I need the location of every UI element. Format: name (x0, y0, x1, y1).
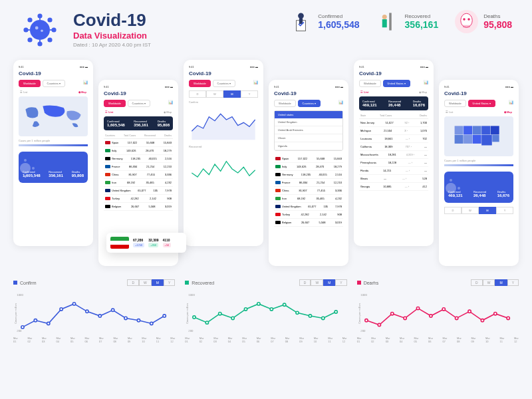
svg-point-26 (24, 159, 27, 162)
world-map[interactable] (19, 96, 88, 136)
svg-point-41 (450, 179, 452, 182)
svg-rect-37 (473, 135, 481, 144)
table-row[interactable]: Michigan21,5043 ›1,076 (359, 127, 428, 135)
svg-point-23 (467, 18, 470, 21)
table-row[interactable]: Italy143,62628,47018,279 (274, 163, 343, 171)
phone-mockup-usmap: 9:41●●● ▬ Covid-19 WorldwideUnited State… (439, 80, 519, 266)
legend-gradient (19, 144, 88, 146)
bottom-chart: Confirm DWMY Cases per million 1000200 M… (13, 279, 175, 343)
country-dropdown[interactable]: United states United KingdomUnited Arab … (274, 110, 343, 151)
svg-text:200: 200 (360, 329, 366, 332)
table-row[interactable]: California18,309707 ›— (359, 143, 428, 151)
confirmed-illustration (289, 10, 313, 33)
dropdown-item[interactable]: Ukrain (275, 134, 342, 142)
svg-point-54 (137, 319, 140, 322)
table-row[interactable]: France86,33421,25412,210 (104, 163, 173, 171)
svg-point-60 (206, 321, 209, 324)
svg-point-65 (270, 308, 273, 311)
svg-text:1000: 1000 (189, 293, 196, 297)
phone-mockup-worldmap: 9:41●●● ▬ Covid-19 WorldwideCountries ▾📊… (13, 60, 93, 246)
table-row[interactable]: Iran68,19235,4654,232 (104, 179, 173, 187)
dropdown-item[interactable]: United Arab Emirates (275, 126, 342, 134)
svg-point-45 (21, 326, 24, 329)
virus-icon (20, 10, 60, 50)
list-tab[interactable]: ☰ List (20, 90, 27, 94)
svg-point-80 (455, 317, 458, 319)
svg-point-16 (298, 13, 304, 19)
svg-point-75 (390, 313, 393, 315)
table-row[interactable]: Georgia10,885— ›412 (359, 183, 428, 191)
svg-point-14 (41, 29, 43, 32)
table-row[interactable]: Belgium26,6675,5683,019 (274, 219, 343, 227)
dropdown-selected[interactable]: United states (275, 111, 342, 118)
svg-point-73 (364, 319, 367, 322)
bottom-chart: Recovered DWMY Cases per million 1000200… (185, 279, 346, 343)
table-row[interactable]: Florida14,215— ›— (359, 167, 428, 175)
table-row[interactable]: United Kingdom65,0771357,978 (274, 203, 343, 211)
svg-point-76 (404, 317, 406, 319)
dropdown-item[interactable]: United Kingdom (275, 118, 342, 126)
table-row[interactable]: China81,90777,4553,336 (274, 187, 343, 195)
table-row[interactable]: Spain157,02255,66815,843 (104, 139, 173, 147)
table-row[interactable]: Iran68,19235,4654,232 (274, 195, 343, 203)
svg-point-83 (493, 313, 496, 315)
svg-point-61 (219, 313, 221, 315)
table-row[interactable]: Turkey42,2822,142908 (274, 211, 343, 219)
phone-mockup-dropdown: 9:41●●● ▬ Covid-19 WorldwideCountries ▾📊… (269, 80, 348, 266)
worldwide-pill[interactable]: Worldwide (19, 80, 41, 87)
deaths-label: Deaths (483, 13, 512, 19)
phone-title: Covid-19 (19, 70, 88, 76)
dropdown-item[interactable]: Uganda (275, 142, 342, 150)
svg-text:1000: 1000 (17, 293, 23, 297)
table-row[interactable]: China81,90777,4553,336 (104, 171, 173, 179)
svg-point-63 (245, 308, 247, 311)
recovered-illustration (376, 10, 400, 33)
svg-point-51 (98, 315, 101, 317)
svg-point-53 (124, 317, 127, 319)
svg-point-77 (416, 307, 419, 309)
svg-rect-36 (464, 135, 472, 144)
table-row[interactable]: Turkey42,2822,142908 (104, 195, 173, 203)
svg-point-81 (468, 310, 471, 313)
svg-point-78 (429, 315, 432, 317)
countries-table-dropdown: Spain157,02255,66815,843Italy143,62628,4… (274, 155, 343, 227)
table-row[interactable]: Massachusetts18,2814,319 ›— (359, 151, 428, 159)
svg-point-46 (34, 319, 37, 322)
svg-rect-34 (491, 126, 499, 134)
confirm-chart (189, 106, 258, 142)
table-row[interactable]: Belgium26,6675,5683,019 (104, 203, 173, 211)
deaths-illustration (455, 10, 478, 33)
table-row[interactable]: Illinois—— ›528 (359, 175, 428, 183)
table-row[interactable]: Pennsylvania18,228— ›— (359, 159, 428, 167)
table-row[interactable]: Germany118,23540,0152,516 (274, 171, 343, 179)
table-row[interactable]: Italy143,62628,47018,279 (104, 147, 173, 155)
svg-point-6 (47, 17, 52, 22)
bottom-chart: Dearhs DWMY Cases per million 1000200 Ma… (357, 279, 519, 343)
map-tab[interactable]: ◉ Map (78, 90, 86, 94)
svg-point-66 (283, 303, 286, 306)
table-row[interactable]: Spain157,02255,66815,843 (274, 155, 343, 163)
table-row[interactable]: Louisiana18,841— ›702 (359, 135, 428, 143)
svg-point-84 (507, 317, 509, 319)
svg-point-50 (86, 310, 88, 313)
svg-point-7 (27, 37, 32, 42)
table-row[interactable]: New Jersey51,02792 ›1,700 (359, 119, 428, 127)
iran-flag-icon (110, 237, 129, 249)
svg-point-27 (32, 167, 35, 170)
svg-rect-24 (463, 25, 470, 28)
chart-icon[interactable]: 📊 (83, 80, 88, 87)
svg-rect-35 (455, 135, 464, 144)
confirmed-label: Confirmed (318, 13, 359, 19)
table-row[interactable]: United Kingdom65,0771357,978 (104, 187, 173, 195)
svg-rect-30 (455, 126, 464, 134)
svg-point-55 (150, 322, 153, 325)
table-row[interactable]: Germany118,23540,0152,516 (104, 155, 173, 163)
table-row[interactable]: France86,33421,25412,210 (274, 179, 343, 187)
us-map[interactable] (444, 116, 513, 156)
svg-point-56 (163, 315, 166, 317)
svg-point-67 (296, 311, 299, 314)
svg-rect-33 (481, 126, 490, 134)
svg-rect-20 (382, 19, 386, 27)
countries-pill[interactable]: Countries ▾ (43, 80, 65, 87)
svg-point-49 (72, 303, 75, 305)
